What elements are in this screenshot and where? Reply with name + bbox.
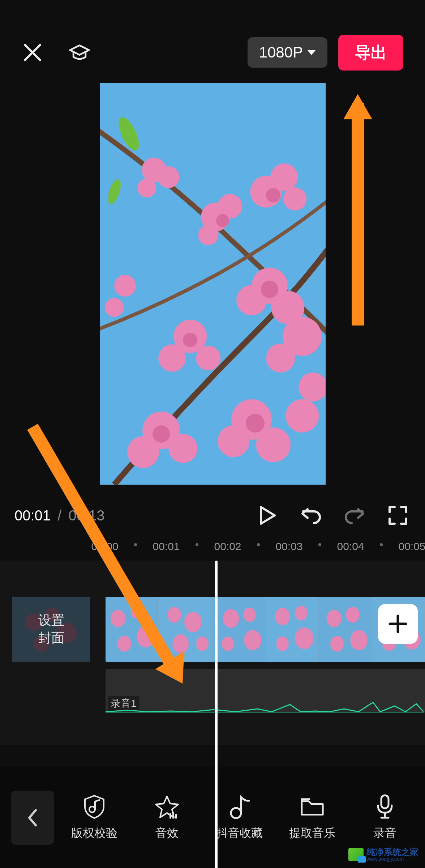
svg-point-50 [196,637,209,651]
svg-point-55 [221,637,233,651]
ruler-dot [134,543,137,546]
svg-rect-73 [381,795,388,808]
watermark: 纯净系统之家 www.yougjy.com [346,846,421,863]
export-button[interactable]: 导出 [338,35,403,71]
export-label: 导出 [355,43,387,61]
current-time: 00:01 [14,507,51,524]
set-cover-button[interactable]: 设置 封面 [12,597,90,662]
svg-point-31 [183,333,197,347]
waveform-icon [106,695,424,712]
svg-point-43 [130,604,143,618]
svg-point-9 [283,187,306,210]
audio-track[interactable]: 录音1 [106,669,425,712]
svg-point-27 [105,298,124,317]
ruler-dot [380,543,383,546]
tool-copyright[interactable]: 版权校验 [64,794,125,841]
tool-douyin[interactable]: 抖音收藏 [209,794,270,841]
folder-icon [300,794,325,820]
tool-label: 版权校验 [71,825,117,841]
playback-controls: 00:01 / 00:13 [0,499,425,532]
watermark-url: www.yougjy.com [366,856,418,861]
svg-point-62 [327,610,342,627]
video-preview[interactable] [100,83,326,485]
ruler-tick: 00:02 [214,540,241,553]
video-thumbnail [265,597,318,662]
svg-point-59 [295,627,314,649]
ruler-tick: 00:03 [275,540,302,553]
tool-record[interactable]: 录音 [354,794,416,841]
back-button[interactable] [11,791,54,845]
star-audio-icon [154,794,180,820]
svg-point-48 [184,612,202,632]
svg-point-22 [218,425,249,457]
video-thumbnail [106,597,159,662]
svg-point-57 [275,608,290,625]
video-thumbnail [318,597,372,662]
shield-music-icon [82,794,107,820]
music-note-icon [227,794,252,820]
svg-point-65 [330,636,344,652]
svg-point-20 [168,434,197,463]
svg-point-64 [350,630,368,650]
svg-rect-46 [159,597,211,662]
undo-icon[interactable] [299,503,324,528]
resolution-select[interactable]: 1080P [248,37,327,68]
ruler-tick: 00:05 [398,540,425,553]
chevron-down-icon [307,50,316,55]
svg-point-24 [286,399,319,433]
tool-extract[interactable]: 提取音乐 [282,794,343,841]
play-icon[interactable] [255,503,280,528]
tool-label: 音效 [155,825,179,841]
ruler-dot [196,543,198,546]
add-clip-button[interactable] [378,604,418,644]
ruler-dot [318,543,321,546]
microphone-icon [372,794,398,820]
video-thumbnail [212,597,265,662]
tutorial-icon[interactable] [69,42,90,63]
svg-point-19 [127,436,159,468]
svg-point-63 [346,607,360,623]
svg-point-58 [295,606,307,620]
svg-point-42 [111,610,125,627]
tool-label: 录音 [373,825,396,841]
svg-point-32 [246,414,265,433]
svg-point-54 [244,630,261,650]
ruler-tick: 00:00 [91,540,118,553]
ruler-tick: 00:01 [153,540,180,553]
svg-point-14 [266,344,295,373]
svg-point-33 [153,425,170,443]
ruler-dot [257,543,260,546]
svg-point-52 [223,609,239,628]
svg-point-49 [172,634,189,653]
tool-label: 抖音收藏 [216,825,263,841]
svg-point-16 [158,344,186,372]
timeline[interactable]: 设置 封面 录音1 [0,561,425,745]
svg-point-26 [114,275,136,297]
total-time: 00:13 [68,507,104,524]
tool-soundfx[interactable]: 音效 [136,794,198,841]
fullscreen-icon[interactable] [385,503,411,528]
svg-point-29 [266,188,280,203]
svg-point-60 [276,637,288,651]
time-ruler[interactable]: 00:00 00:01 00:02 00:03 00:04 00:05 [0,538,425,560]
svg-point-47 [167,607,181,623]
svg-point-23 [256,427,291,462]
tool-label: 提取音乐 [289,825,335,841]
resolution-label: 1080P [259,44,303,61]
playhead[interactable] [215,561,218,868]
watermark-title: 纯净系统之家 [366,848,418,856]
redo-icon[interactable] [342,503,367,528]
preview-area [0,83,425,485]
svg-point-3 [137,179,156,197]
svg-point-72 [231,808,241,818]
svg-point-45 [117,636,131,652]
svg-point-53 [243,608,256,622]
close-icon[interactable] [22,42,43,63]
watermark-logo-icon [348,848,364,861]
svg-rect-51 [212,597,265,662]
ruler-tick: 00:04 [337,540,364,553]
video-track[interactable] [106,597,425,662]
svg-point-28 [216,214,229,227]
svg-point-71 [89,807,95,812]
video-thumbnail [159,597,212,662]
